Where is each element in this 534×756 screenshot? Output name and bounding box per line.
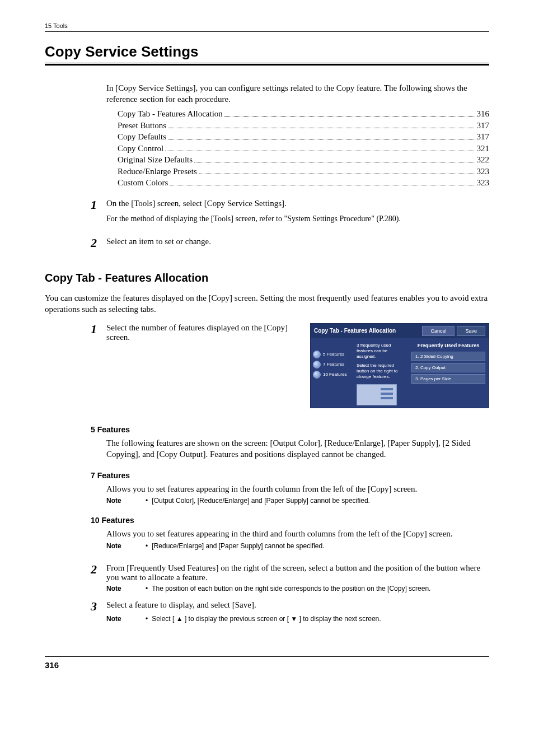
step-subtext: For the method of displaying the [Tools]… (106, 214, 489, 223)
running-header: 15 Tools (45, 22, 489, 32)
toc-row: Custom Colors 323 (118, 178, 489, 188)
intro-paragraph: In [Copy Service Settings], you can conf… (106, 82, 489, 105)
radio-label: 5 Features (323, 352, 344, 357)
step-number: 2 (91, 237, 106, 249)
radio-label: 7 Features (323, 362, 344, 367)
step-text: Select a feature to display, and select … (106, 600, 489, 610)
toc-label: Reduce/Enlarge Presets (118, 167, 197, 176)
radio-icon (313, 351, 321, 358)
toc-page: 316 (477, 109, 490, 119)
bullet-icon: • (146, 585, 150, 592)
feature-slot-1[interactable]: 1. 2 Sided Copying (411, 352, 485, 361)
screenshot-panel: Copy Tab - Features Allocation Cancel Sa… (310, 323, 489, 408)
toc-label: Preset Buttons (118, 121, 166, 130)
section-heading: Copy Tab - Features Allocation (45, 272, 489, 284)
note-label: Note (106, 615, 146, 623)
radio-10-features[interactable]: 10 Features (313, 371, 352, 379)
toc-row: Copy Defaults 317 (118, 132, 489, 142)
note-text: [Output Color], [Reduce/Enlarge] and [Pa… (152, 497, 370, 505)
toc-page: 322 (477, 155, 490, 165)
subsection-heading: 7 Features (91, 471, 489, 480)
step-number: 1 (91, 323, 106, 335)
dialog-title: Copy Tab - Features Allocation (314, 328, 420, 334)
subsection-text: Allows you to set features appearing in … (106, 483, 489, 494)
step-item: 3 Select a feature to display, and selec… (91, 600, 489, 613)
radio-label: 10 Features (323, 372, 347, 377)
note-row: Note • The position of each button on th… (106, 585, 489, 592)
page-title: Copy Service Settings (45, 43, 489, 60)
radio-7-features[interactable]: 7 Features (313, 361, 352, 368)
toc-leader (168, 120, 475, 128)
toc-page: 321 (477, 144, 490, 153)
toc-leader (224, 109, 475, 117)
subsection-heading: 10 Features (91, 516, 489, 525)
frequently-used-header: Frequently Used Features (411, 340, 485, 352)
note-label: Note (106, 542, 146, 550)
toc-row: Original Size Defaults 322 (118, 155, 489, 165)
toc-leader (165, 143, 475, 151)
step-number: 3 (91, 600, 106, 613)
toc-page: 323 (477, 178, 490, 188)
toc-list: Copy Tab - Features Allocation 316 Prese… (118, 109, 489, 188)
toc-leader (194, 155, 475, 163)
toc-page: 317 (477, 132, 490, 142)
subsection-heading: 5 Features (91, 425, 489, 434)
step-item: 1 On the [Tools] screen, select [Copy Se… (91, 199, 489, 211)
toc-row: Preset Buttons 317 (118, 120, 489, 130)
page-number: 316 (45, 656, 489, 670)
toc-label: Copy Control (118, 144, 163, 153)
bullet-icon: • (146, 615, 150, 623)
toc-label: Copy Tab - Features Allocation (118, 109, 223, 119)
section-intro: You can customize the features displayed… (45, 292, 489, 315)
step-item: 2 From [Frequently Used Features] on the… (91, 563, 489, 582)
hint-text: 3 frequently used features can be assign… (357, 343, 407, 360)
note-text: [Reduce/Enlarge] and [Paper Supply] cann… (152, 542, 324, 550)
radio-icon (313, 361, 321, 368)
step-item: 1 Select the number of features displaye… (91, 323, 302, 342)
note-row: Note • [Reduce/Enlarge] and [Paper Suppl… (106, 542, 489, 550)
step-text: From [Frequently Used Features] on the r… (106, 563, 489, 582)
toc-label: Copy Defaults (118, 132, 166, 142)
toc-leader (168, 132, 475, 140)
bullet-icon: • (146, 497, 150, 505)
cancel-button[interactable]: Cancel (422, 326, 455, 336)
layout-preview-icon (357, 384, 397, 405)
radio-5-features[interactable]: 5 Features (313, 351, 352, 358)
hint-text: Select the required button on the right … (357, 363, 407, 380)
toc-page: 317 (477, 121, 490, 130)
toc-row: Copy Tab - Features Allocation 316 (118, 109, 489, 119)
subsection-text: Allows you to set features appearing in … (106, 528, 489, 539)
toc-leader (199, 166, 475, 174)
feature-slot-2[interactable]: 2. Copy Output (411, 363, 485, 372)
note-row: Note • Select [ ▲ ] to display the previ… (106, 615, 489, 623)
step-number: 1 (91, 199, 106, 211)
note-text: Select [ ▲ ] to display the previous scr… (152, 615, 381, 623)
title-rule (45, 63, 489, 66)
step-text: Select an item to set or change. (106, 237, 489, 246)
toc-label: Custom Colors (118, 178, 168, 188)
bullet-icon: • (146, 542, 150, 550)
toc-leader (170, 178, 475, 186)
note-label: Note (106, 585, 146, 592)
toc-label: Original Size Defaults (118, 155, 193, 165)
note-label: Note (106, 497, 146, 505)
save-button[interactable]: Save (457, 326, 485, 336)
step-item: 2 Select an item to set or change. (91, 237, 489, 249)
toc-page: 323 (477, 167, 490, 176)
toc-row: Copy Control 321 (118, 143, 489, 153)
toc-row: Reduce/Enlarge Presets 323 (118, 166, 489, 176)
feature-slot-3[interactable]: 3. Pages per Side (411, 374, 485, 384)
step-text: Select the number of features displayed … (106, 323, 302, 342)
subsection-text: The following features are shown on the … (106, 437, 489, 460)
step-text: On the [Tools] screen, select [Copy Serv… (106, 199, 489, 208)
note-text: The position of each button on the right… (152, 585, 430, 592)
note-row: Note • [Output Color], [Reduce/Enlarge] … (106, 497, 489, 505)
radio-icon (313, 371, 321, 379)
step-number: 2 (91, 563, 106, 576)
